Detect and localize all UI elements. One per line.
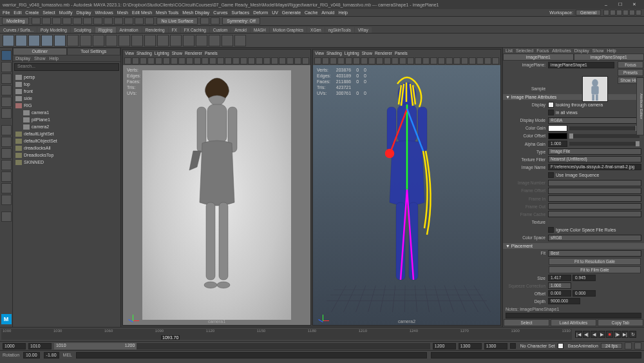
outliner-search[interactable]: Search... xyxy=(14,63,119,71)
fit-dropdown[interactable]: Best xyxy=(548,250,641,257)
menu-meshtools[interactable]: Mesh Tools xyxy=(156,10,178,15)
shelf-icon[interactable] xyxy=(234,35,246,46)
type-dropdown[interactable]: Image File xyxy=(548,148,641,155)
ae-menu-list[interactable]: List xyxy=(506,48,513,53)
viewport-tb-icon[interactable] xyxy=(399,57,406,64)
focus-button[interactable]: Focus xyxy=(618,61,643,68)
statusline-icon[interactable] xyxy=(73,17,82,25)
outliner-item[interactable]: camera1 xyxy=(15,109,118,116)
viewport-tb-icon[interactable] xyxy=(155,57,162,64)
menu-arnold[interactable]: Arnold xyxy=(321,10,334,15)
viewport-tb-icon[interactable] xyxy=(446,57,453,64)
window-min[interactable]: – xyxy=(599,3,613,7)
viewport-tb-icon[interactable] xyxy=(469,57,476,64)
layout-box-5[interactable] xyxy=(629,10,635,15)
menu-file[interactable]: File xyxy=(3,10,10,15)
viewport-tb-icon[interactable] xyxy=(217,57,224,64)
coloroffset-swatch[interactable] xyxy=(548,133,567,139)
tool-rotate[interactable] xyxy=(1,97,12,107)
statusline-icon[interactable] xyxy=(135,17,144,25)
statusline-icon[interactable] xyxy=(124,17,133,25)
viewport-tb-icon[interactable] xyxy=(287,57,294,64)
viewport-tb-icon[interactable] xyxy=(492,57,499,64)
viewport-tb-icon[interactable] xyxy=(353,57,360,64)
record-button[interactable]: ■ xyxy=(606,331,613,338)
go-start-button[interactable]: |◀ xyxy=(575,331,582,338)
shelf-tab-polymodeling[interactable]: Poly Modeling xyxy=(37,27,70,33)
layout-persp-outliner[interactable] xyxy=(1,172,12,182)
toolsettings-tab[interactable]: Tool Settings xyxy=(67,48,121,55)
menu-select[interactable]: Select xyxy=(43,10,55,15)
outliner-item[interactable]: dreadlocksAll xyxy=(15,144,118,152)
ae-tab-imagePlane1[interactable]: imagePlane1 xyxy=(503,54,574,61)
ae-menu-attributes[interactable]: Attributes xyxy=(552,48,571,53)
command-line[interactable] xyxy=(76,352,427,358)
outliner-item[interactable]: defaultObjectSet xyxy=(15,137,118,144)
statusline-icon[interactable] xyxy=(104,17,113,25)
vp-menu-show[interactable]: Show xyxy=(172,51,182,55)
layout-persp-graph[interactable] xyxy=(1,183,12,193)
vp-menu-view[interactable]: View xyxy=(315,51,324,55)
size-x[interactable]: 1.417 xyxy=(548,275,571,281)
range-start[interactable]: 1000 xyxy=(3,343,26,349)
outliner-item[interactable]: front xyxy=(15,88,118,95)
viewport-tb-icon[interactable] xyxy=(279,57,286,64)
step-fwd-button[interactable]: |▶ xyxy=(614,331,621,338)
shelf-tab-rendering[interactable]: Rendering xyxy=(142,27,168,33)
menu-display[interactable]: Display xyxy=(76,10,91,15)
viewport-tb-icon[interactable] xyxy=(140,57,147,64)
fps-dropdown[interactable]: 24 fps xyxy=(601,343,622,349)
display-radio-2[interactable] xyxy=(548,110,554,115)
section-image-plane-attrs[interactable]: ▼ Image Plane Attributes xyxy=(503,94,644,100)
statusline-icon[interactable] xyxy=(32,17,41,25)
loop-button[interactable]: ↻ xyxy=(629,331,636,338)
shelf-icon[interactable] xyxy=(80,35,91,46)
menu-cache[interactable]: Cache xyxy=(305,10,317,15)
shelf-icon[interactable] xyxy=(131,35,143,46)
tool-select[interactable] xyxy=(1,50,12,61)
vp-menu-lighting[interactable]: Lighting xyxy=(345,51,359,55)
outliner-menu-show[interactable]: Show xyxy=(34,56,46,61)
alphagain-field[interactable]: 1.000 xyxy=(548,141,567,147)
ae-menu-show[interactable]: Show xyxy=(592,48,604,53)
play-back-button[interactable]: ◀ xyxy=(591,331,598,338)
tool-magnify[interactable] xyxy=(1,211,12,222)
shelf-tab-fxcaching[interactable]: FX Caching xyxy=(181,27,209,33)
charset-check[interactable] xyxy=(510,343,516,349)
depth-field[interactable]: 9000.000 xyxy=(548,298,580,304)
tool-scale[interactable] xyxy=(1,108,12,119)
range-outer-end[interactable]: 1300 xyxy=(484,343,507,349)
texturefilter-dropdown[interactable]: Nearest (Unfiltered) xyxy=(548,156,641,162)
go-end-button[interactable]: ▶| xyxy=(621,331,629,338)
anim-layer-check[interactable] xyxy=(558,343,564,349)
fit-resolution-button[interactable]: Fit to Resolution Gate xyxy=(549,258,641,265)
notes-field[interactable] xyxy=(506,313,641,319)
play-fwd-button[interactable]: ▶ xyxy=(598,331,605,338)
outliner-item[interactable]: SKINNED xyxy=(15,159,118,166)
charset-label[interactable]: No Character Set xyxy=(520,344,555,348)
vp-menu-lighting[interactable]: Lighting xyxy=(155,51,169,55)
viewport-tb-icon[interactable] xyxy=(302,57,309,64)
vp-menu-show[interactable]: Show xyxy=(362,51,372,55)
mode-dropdown[interactable]: Modeling xyxy=(2,17,29,25)
shelf-icon[interactable] xyxy=(183,35,194,46)
vp-menu-panels[interactable]: Panels xyxy=(395,51,408,55)
menu-generate[interactable]: Generate xyxy=(282,10,301,15)
vp-menu-renderer[interactable]: Renderer xyxy=(375,51,392,55)
imagePlane-field[interactable]: imagePlaneShape1 xyxy=(548,62,614,68)
coloroffset-slider[interactable] xyxy=(569,134,639,138)
shelf-tab-mash[interactable]: MASH xyxy=(251,27,269,33)
layout-box-1[interactable] xyxy=(603,10,609,15)
viewport-tb-icon[interactable] xyxy=(124,57,131,64)
viewport-tb-icon[interactable] xyxy=(422,57,430,64)
layout-box-6[interactable] xyxy=(636,10,641,15)
viewport-tb-icon[interactable] xyxy=(461,57,468,64)
outliner-item[interactable]: top xyxy=(15,81,118,88)
viewport-tb-icon[interactable] xyxy=(256,57,263,64)
layout-four[interactable] xyxy=(1,137,12,147)
range-end[interactable]: 1300 xyxy=(459,343,482,349)
outliner-tab[interactable]: Outliner xyxy=(13,48,67,55)
time-slider[interactable]: 1000103010601090112011501180121012401270… xyxy=(0,327,644,341)
select-button[interactable]: Select xyxy=(504,319,549,326)
viewport-1[interactable]: View Shading Lighting Show Renderer Pane… xyxy=(122,49,311,326)
